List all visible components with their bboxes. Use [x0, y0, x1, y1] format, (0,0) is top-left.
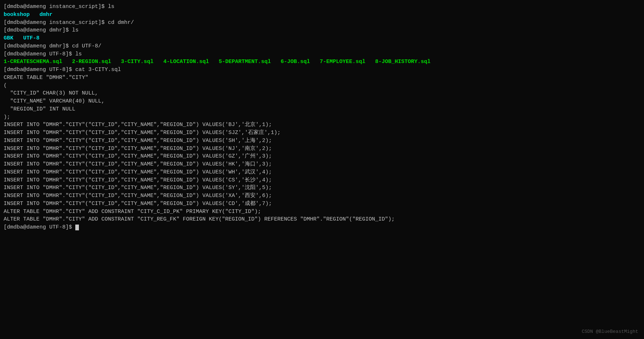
terminal-line: bookshop dmhr — [4, 11, 640, 19]
terminal-line: "REGION_ID" INT NULL — [4, 105, 640, 113]
terminal-line: INSERT INTO "DMHR"."CITY"("CITY_ID","CIT… — [4, 200, 640, 208]
terminal-line: [dmdba@dameng UTF-8]$ cat 3-CITY.sql — [4, 66, 640, 74]
terminal-line: CREATE TABLE "DMHR"."CITY" — [4, 74, 640, 82]
terminal-line: INSERT INTO "DMHR"."CITY"("CITY_ID","CIT… — [4, 121, 640, 129]
terminal-line: INSERT INTO "DMHR"."CITY"("CITY_ID","CIT… — [4, 176, 640, 184]
terminal-line: ALTER TABLE "DMHR"."CITY" ADD CONSTRAINT… — [4, 208, 640, 216]
terminal-line: INSERT INTO "DMHR"."CITY"("CITY_ID","CIT… — [4, 168, 640, 176]
terminal: [dmdba@dameng instance_script]$ lsbooksh… — [4, 3, 640, 231]
terminal-line: INSERT INTO "DMHR"."CITY"("CITY_ID","CIT… — [4, 192, 640, 200]
terminal-line: [dmdba@dameng instance_script]$ cd dmhr/ — [4, 19, 640, 27]
terminal-line: [dmdba@dameng dmhr]$ cd UTF-8/ — [4, 42, 640, 50]
terminal-line: ALTER TABLE "DMHR"."CITY" ADD CONSTRAINT… — [4, 215, 640, 223]
terminal-line: INSERT INTO "DMHR"."CITY"("CITY_ID","CIT… — [4, 160, 640, 168]
terminal-line: INSERT INTO "DMHR"."CITY"("CITY_ID","CIT… — [4, 152, 640, 160]
terminal-line: INSERT INTO "DMHR"."CITY"("CITY_ID","CIT… — [4, 137, 640, 145]
cursor — [75, 225, 79, 230]
terminal-line: [dmdba@dameng UTF-8]$ — [4, 223, 640, 231]
terminal-line: INSERT INTO "DMHR"."CITY"("CITY_ID","CIT… — [4, 145, 640, 153]
terminal-line: [dmdba@dameng instance_script]$ ls — [4, 3, 640, 11]
terminal-line: [dmdba@dameng UTF-8]$ ls — [4, 50, 640, 58]
terminal-line: [dmdba@dameng dmhr]$ ls — [4, 26, 640, 34]
terminal-line: 1-CREATESCHEMA.sql 2-REGION.sql 3-CITY.s… — [4, 58, 640, 66]
terminal-line: INSERT INTO "DMHR"."CITY"("CITY_ID","CIT… — [4, 129, 640, 137]
terminal-line: ); — [4, 113, 640, 121]
terminal-line: "CITY_NAME" VARCHAR(40) NULL, — [4, 97, 640, 105]
terminal-line: INSERT INTO "DMHR"."CITY"("CITY_ID","CIT… — [4, 184, 640, 192]
terminal-line: "CITY_ID" CHAR(3) NOT NULL, — [4, 89, 640, 97]
watermark: CSDN @BlueBeastMight — [582, 328, 638, 335]
terminal-line: ( — [4, 82, 640, 90]
terminal-line: GBK UTF-8 — [4, 34, 640, 42]
